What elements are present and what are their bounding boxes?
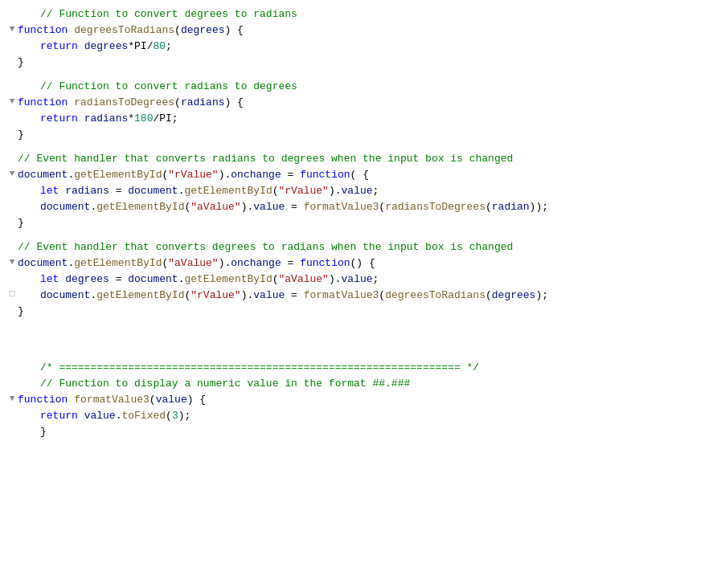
code-line: ▼function formatValue3(value) { <box>6 392 711 408</box>
fold-gutter[interactable]: ▼ <box>6 167 18 181</box>
token-c-comment: // Event handler that converts radians t… <box>18 153 513 165</box>
indent-space <box>18 288 40 304</box>
token-c-plain: ( <box>174 24 181 36</box>
token-c-var: document <box>128 185 178 197</box>
code-line: document.getElementById("aValue").value … <box>6 199 711 215</box>
token-c-keyword: let <box>40 273 59 285</box>
token-c-property: value <box>253 289 285 301</box>
line-content: } <box>18 304 711 320</box>
indent-space <box>18 272 40 288</box>
token-c-string: "aValue" <box>191 201 240 213</box>
code-line: } <box>6 304 711 320</box>
line-content: function formatValue3(value) { <box>18 392 711 408</box>
token-c-plain <box>78 410 84 422</box>
spacer-line <box>6 320 711 328</box>
token-c-property: value <box>253 201 285 213</box>
line-content: document.getElementById("aValue").onchan… <box>18 255 711 272</box>
spacer-line <box>6 71 711 79</box>
token-c-keyword: return <box>40 410 78 422</box>
line-content: let degrees = document.getElementById("a… <box>18 272 711 288</box>
indent-space <box>18 408 40 424</box>
token-c-comment: // Event handler that converts degrees t… <box>18 241 513 253</box>
line-content: } <box>18 127 711 143</box>
token-c-method: formatValue3 <box>304 201 379 213</box>
indent-space <box>18 360 40 376</box>
token-c-comment: // Function to convert degrees to radian… <box>40 8 297 20</box>
spacer-line <box>6 328 711 336</box>
token-c-method: formatValue3 <box>304 289 379 301</box>
code-line: // Function to display a numeric value i… <box>6 376 711 392</box>
token-c-var: document <box>128 273 178 285</box>
token-c-plain: = <box>281 169 300 181</box>
token-c-plain: } <box>18 217 24 229</box>
token-c-keyword: function <box>18 96 68 108</box>
token-c-method: getElementById <box>74 257 162 269</box>
token-c-keyword: function <box>18 24 68 36</box>
indent-space <box>18 424 40 440</box>
token-c-property: value <box>342 273 373 285</box>
line-content: /* =====================================… <box>18 360 711 376</box>
code-line: ▼document.getElementById("rValue").oncha… <box>6 167 711 183</box>
line-content: document.getElementById("rValue").value … <box>18 288 711 304</box>
token-c-plain <box>78 112 84 125</box>
token-c-param: radians <box>181 96 225 108</box>
code-line: } <box>6 424 711 440</box>
token-c-plain: } <box>18 129 24 141</box>
token-c-var: degrees <box>65 273 109 285</box>
code-line: let degrees = document.getElementById("a… <box>6 272 711 288</box>
fold-gutter[interactable]: □ <box>6 288 18 301</box>
token-c-var: document <box>40 201 90 213</box>
token-c-property: onchange <box>231 169 281 181</box>
code-editor: // Function to convert degrees to radian… <box>0 0 717 588</box>
code-line: ▼function radiansToDegrees(radians) { <box>6 95 711 111</box>
line-content: function degreesToRadians(degrees) { <box>18 22 711 39</box>
fold-gutter[interactable]: ▼ <box>6 392 18 406</box>
token-c-plain: ( <box>486 289 492 301</box>
token-c-var: document <box>40 289 90 301</box>
line-content: document.getElementById("rValue").onchan… <box>18 167 711 183</box>
token-c-plain: ; <box>166 40 172 52</box>
fold-gutter[interactable]: ▼ <box>6 95 18 108</box>
code-line: // Event handler that converts degrees t… <box>6 239 711 255</box>
indent-space <box>18 376 40 392</box>
token-c-plain: = <box>281 257 300 269</box>
token-c-plain: } <box>40 426 47 438</box>
token-c-plain: = <box>109 273 128 285</box>
token-c-var: radians <box>84 112 129 125</box>
token-c-var: radians <box>65 185 109 197</box>
line-content: } <box>18 424 711 440</box>
token-c-string: "rValue" <box>191 289 240 301</box>
token-c-number: 80 <box>153 40 166 52</box>
fold-gutter[interactable]: ▼ <box>6 22 18 36</box>
token-c-plain: ); <box>535 289 548 301</box>
token-c-property: value <box>342 185 373 197</box>
token-c-plain: /PI; <box>153 112 178 125</box>
code-line: } <box>6 215 711 231</box>
token-c-plain: ; <box>373 185 379 197</box>
token-c-funcname: formatValue3 <box>74 394 150 406</box>
token-c-plain: } <box>18 56 24 68</box>
token-c-plain: = <box>109 185 128 197</box>
code-line: return value.toFixed(3); <box>6 408 711 424</box>
token-c-string: "aValue" <box>168 257 218 269</box>
token-c-plain: ) { <box>224 96 243 108</box>
token-c-plain <box>78 40 84 52</box>
token-c-param: degrees <box>181 24 225 36</box>
spacer-line <box>6 231 711 239</box>
token-c-plain: ( <box>150 394 156 406</box>
code-line: } <box>6 127 711 143</box>
fold-gutter[interactable]: ▼ <box>6 255 18 269</box>
token-c-plain: = <box>285 289 303 301</box>
indent-space <box>18 199 40 215</box>
token-c-plain: ). <box>219 169 231 181</box>
token-c-method: getElementById <box>74 169 162 181</box>
token-c-plain: ). <box>219 257 231 269</box>
token-c-number: 180 <box>134 112 153 125</box>
line-content: // Function to convert degrees to radian… <box>18 6 711 22</box>
token-c-plain: } <box>18 305 24 317</box>
line-content: function radiansToDegrees(radians) { <box>18 95 711 111</box>
token-c-comment: /* =====================================… <box>40 361 479 374</box>
token-c-plain: ) { <box>187 394 206 406</box>
code-line: // Function to convert degrees to radian… <box>6 6 711 22</box>
code-line: return radians*180/PI; <box>6 111 711 127</box>
